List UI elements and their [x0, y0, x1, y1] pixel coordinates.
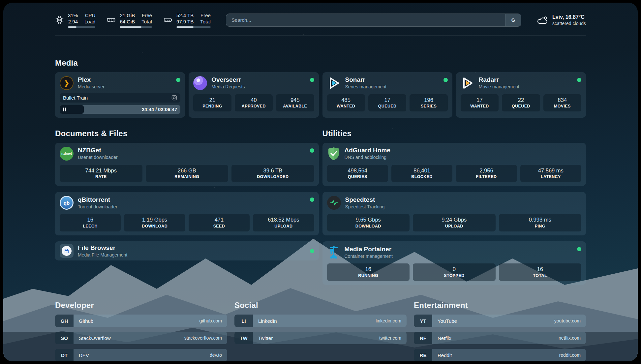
- bookmark-name: DEV: [74, 352, 89, 358]
- service-card-plex[interactable]: ❯ Plex Media server Bullet Train 24:44 /…: [55, 72, 185, 118]
- search-provider-button[interactable]: G: [505, 14, 521, 26]
- bookmark-abbr: DT: [55, 349, 74, 361]
- qbittorrent-icon: qb: [60, 196, 74, 210]
- bookmark-url: stackoverflow.com: [184, 335, 227, 341]
- utilities-column: Utilities AdGuard Home DNS and adblockin…: [322, 129, 586, 285]
- status-dot: [577, 247, 581, 251]
- cpu-percent: 31%: [68, 13, 78, 18]
- playback-time: 24:44 / 02:06:47: [142, 107, 177, 112]
- stat-box: 16 LEECH: [60, 214, 121, 231]
- section-title-documents: Documents & Files: [55, 129, 319, 138]
- service-name: Plex: [78, 76, 105, 83]
- section-title-entertainment: Entertainment: [414, 301, 586, 310]
- status-dot: [176, 78, 180, 82]
- stat-box: 21 PENDING: [193, 94, 231, 112]
- stat-box: 485 WANTED: [327, 94, 365, 112]
- pause-icon: [63, 107, 66, 111]
- scattered-clouds-icon: [536, 15, 548, 25]
- stat-box: 945 AVAILABLE: [276, 94, 314, 112]
- movie-icon: [171, 95, 177, 101]
- stat-box: 47.569 ms LATENCY: [520, 165, 581, 182]
- weather-widget: Lviv, 16.87°C scattered clouds: [536, 14, 586, 26]
- bookmark-name: LinkedIn: [253, 318, 277, 324]
- cpu-label: CPU: [85, 13, 96, 18]
- bookmark-abbr: TW: [234, 332, 253, 344]
- stat-box: 9.65 Gbps DOWNLOAD: [327, 214, 410, 231]
- status-dot: [310, 249, 314, 253]
- bookmark-twitter[interactable]: TW Twitter twitter.com: [234, 332, 407, 344]
- status-dot: [443, 78, 448, 82]
- service-card-radarr[interactable]: Radarr Movie management 17 WANTED 22 QUE…: [456, 72, 586, 118]
- stat-box: 2,956 FILTERED: [456, 165, 517, 182]
- service-card-filebrowser[interactable]: File Browser Media File Management: [55, 241, 319, 260]
- bookmark-name: Github: [74, 318, 93, 324]
- bookmark-dev[interactable]: DT DEV dev.to: [55, 349, 227, 361]
- radarr-icon: [461, 76, 474, 90]
- stat-box: 498,564 QUERIES: [327, 165, 388, 182]
- service-card-speedtest[interactable]: Speedtest Speedtest Tracking 9.65 Gbps D…: [322, 192, 586, 235]
- service-card-nzbget[interactable]: nzbget NZBGet Usenet downloader 744.21 M…: [55, 143, 319, 186]
- bookmark-group-developer: Developer GH Github github.com SO StackO…: [55, 301, 227, 361]
- bookmark-url: linkedin.com: [376, 318, 407, 323]
- bookmark-reddit[interactable]: RE Reddit reddit.com: [414, 349, 586, 361]
- overseerr-icon: [193, 76, 207, 90]
- sonarr-icon: [327, 76, 341, 90]
- service-subtitle: Usenet downloader: [78, 155, 118, 160]
- status-dot: [310, 197, 314, 202]
- status-dot: [310, 148, 314, 153]
- speedtest-icon: [327, 196, 341, 210]
- bookmark-youtube[interactable]: YT YouTube youtube.com: [414, 315, 586, 327]
- memory-usage-bar: [120, 26, 152, 28]
- memory-icon: [107, 15, 116, 24]
- bookmark-group-social: Social LI LinkedIn linkedin.com TW Twitt…: [234, 301, 407, 361]
- stat-box: 0 STOPPED: [413, 263, 496, 281]
- status-dot: [577, 78, 581, 82]
- memory-total-value: 64 GiB: [120, 19, 135, 24]
- disk-usage-bar: [176, 26, 211, 28]
- stat-box: 22 QUEUED: [502, 94, 540, 112]
- stat-box: 16 RUNNING: [327, 263, 410, 281]
- bookmark-github[interactable]: GH Github github.com: [55, 315, 227, 327]
- plex-icon: ❯: [60, 76, 74, 90]
- service-card-qbittorrent[interactable]: qb qBittorrent Torrent downloader 16 LEE…: [55, 192, 319, 235]
- bookmark-name: YouTube: [432, 318, 457, 324]
- now-playing-title: Bullet Train: [63, 95, 169, 101]
- stat-box: 39.6 TB DOWNLOADED: [231, 165, 314, 182]
- stat-box: 618.52 Mbps UPLOAD: [253, 214, 314, 231]
- bookmark-name: Reddit: [432, 352, 452, 358]
- header-divider: [55, 36, 586, 36]
- service-subtitle: Media File Management: [78, 252, 127, 258]
- now-playing-row: Bullet Train: [60, 93, 180, 103]
- service-subtitle: DNS and adblocking: [345, 155, 390, 160]
- service-card-overseerr[interactable]: Overseerr Media Requests 21 PENDING 40 A…: [189, 72, 319, 118]
- stat-box: 86,401 BLOCKED: [391, 165, 452, 182]
- disk-stat: 52.4 TB 97.9 TB Free Total: [163, 13, 211, 28]
- search-input[interactable]: [226, 14, 505, 26]
- screenshot-frame: 31% 2.94 CPU Load: [0, 0, 641, 364]
- service-card-adguard[interactable]: AdGuard Home DNS and adblocking 498,564 …: [322, 143, 586, 186]
- disk-free-label: Free: [200, 13, 211, 18]
- dashboard: 31% 2.94 CPU Load: [3, 3, 638, 361]
- memory-total-label: Total: [141, 19, 152, 24]
- stat-box: 9.24 Gbps UPLOAD: [413, 214, 496, 231]
- service-card-sonarr[interactable]: Sonarr Series management 485 WANTED 17 Q…: [322, 72, 452, 118]
- service-name: Sonarr: [345, 76, 386, 83]
- service-subtitle: Movie management: [479, 84, 519, 89]
- stars-decoration: [3, 3, 4, 3]
- bookmark-url: dev.to: [210, 352, 227, 358]
- bookmark-abbr: GH: [55, 315, 74, 327]
- bookmark-linkedin[interactable]: LI LinkedIn linkedin.com: [234, 315, 407, 327]
- bookmark-abbr: NF: [414, 332, 432, 344]
- nzbget-icon: nzbget: [60, 147, 74, 161]
- adguard-icon: [327, 147, 340, 161]
- bookmark-abbr: YT: [414, 315, 432, 327]
- bookmark-url: netflix.com: [559, 335, 586, 341]
- service-card-portainer[interactable]: Media Portainer Container management 16 …: [322, 241, 586, 285]
- bookmark-netflix[interactable]: NF Netflix netflix.com: [414, 332, 586, 344]
- stat-box: 471 SEED: [189, 214, 250, 231]
- bookmark-stackoverflow[interactable]: SO StackOverflow stackoverflow.com: [55, 332, 227, 344]
- bookmark-url: reddit.com: [559, 352, 586, 358]
- memory-free-value: 21 GiB: [120, 13, 135, 18]
- service-subtitle: Media server: [78, 84, 105, 89]
- cpu-stat: 31% 2.94 CPU Load: [55, 13, 95, 28]
